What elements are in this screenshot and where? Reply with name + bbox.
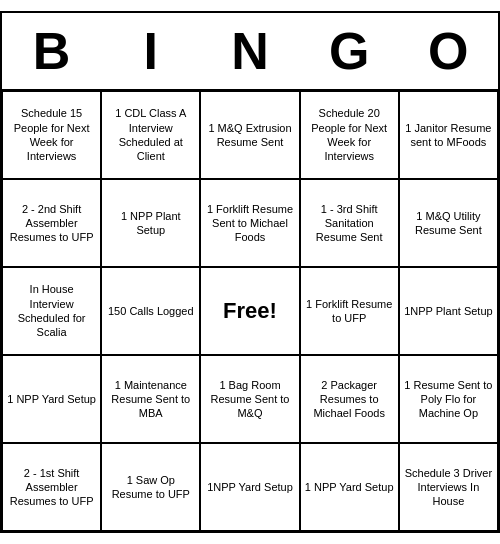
header-letter-n: N xyxy=(206,21,294,81)
bingo-cell-3: Schedule 20 People for Next Week for Int… xyxy=(300,91,399,179)
bingo-cell-23: 1 NPP Yard Setup xyxy=(300,443,399,531)
bingo-grid: Schedule 15 People for Next Week for Int… xyxy=(2,91,498,531)
free-space: Free! xyxy=(200,267,299,355)
bingo-cell-20: 2 - 1st Shift Assembler Resumes to UFP xyxy=(2,443,101,531)
bingo-cell-21: 1 Saw Op Resume to UFP xyxy=(101,443,200,531)
bingo-header: BINGO xyxy=(2,13,498,91)
bingo-card: BINGO Schedule 15 People for Next Week f… xyxy=(0,11,500,533)
header-letter-b: B xyxy=(8,21,96,81)
bingo-cell-8: 1 - 3rd Shift Sanitation Resume Sent xyxy=(300,179,399,267)
bingo-cell-10: In House Interview Scheduled for Scalia xyxy=(2,267,101,355)
bingo-cell-5: 2 - 2nd Shift Assembler Resumes to UFP xyxy=(2,179,101,267)
header-letter-g: G xyxy=(305,21,393,81)
bingo-cell-19: 1 Resume Sent to Poly Flo for Machine Op xyxy=(399,355,498,443)
bingo-cell-1: 1 CDL Class A Interview Scheduled at Cli… xyxy=(101,91,200,179)
header-letter-o: O xyxy=(404,21,492,81)
bingo-cell-11: 150 Calls Logged xyxy=(101,267,200,355)
bingo-cell-18: 2 Packager Resumes to Michael Foods xyxy=(300,355,399,443)
bingo-cell-13: 1 Forklift Resume to UFP xyxy=(300,267,399,355)
bingo-cell-4: 1 Janitor Resume sent to MFoods xyxy=(399,91,498,179)
bingo-cell-2: 1 M&Q Extrusion Resume Sent xyxy=(200,91,299,179)
bingo-cell-24: Schedule 3 Driver Interviews In House xyxy=(399,443,498,531)
header-letter-i: I xyxy=(107,21,195,81)
bingo-cell-15: 1 NPP Yard Setup xyxy=(2,355,101,443)
bingo-cell-0: Schedule 15 People for Next Week for Int… xyxy=(2,91,101,179)
bingo-cell-7: 1 Forklift Resume Sent to Michael Foods xyxy=(200,179,299,267)
bingo-cell-14: 1NPP Plant Setup xyxy=(399,267,498,355)
bingo-cell-17: 1 Bag Room Resume Sent to M&Q xyxy=(200,355,299,443)
bingo-cell-16: 1 Maintenance Resume Sent to MBA xyxy=(101,355,200,443)
bingo-cell-6: 1 NPP Plant Setup xyxy=(101,179,200,267)
bingo-cell-9: 1 M&Q Utility Resume Sent xyxy=(399,179,498,267)
bingo-cell-22: 1NPP Yard Setup xyxy=(200,443,299,531)
